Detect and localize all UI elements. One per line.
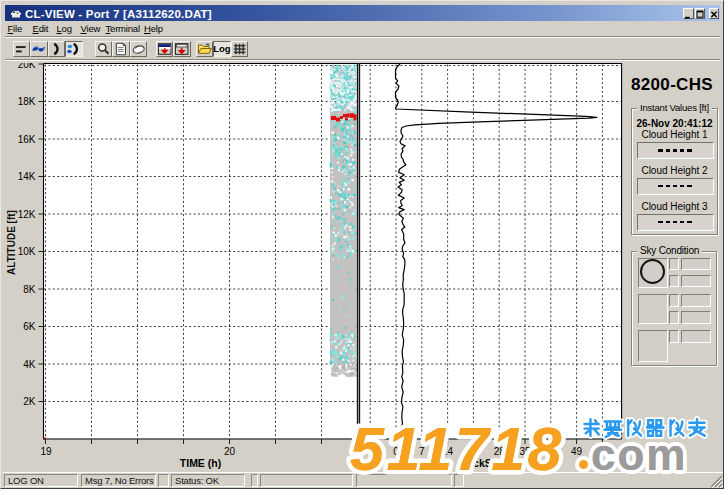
svg-text:20: 20 bbox=[224, 445, 236, 456]
svg-text:49: 49 bbox=[571, 445, 583, 456]
svg-text:16K: 16K bbox=[18, 133, 36, 144]
svg-text:7: 7 bbox=[419, 445, 425, 456]
svg-text:BackScatter: BackScatter bbox=[460, 456, 521, 468]
svg-text:14: 14 bbox=[442, 445, 454, 456]
svg-text:21: 21 bbox=[468, 445, 480, 456]
svg-text:42: 42 bbox=[545, 445, 557, 456]
svg-text:10K: 10K bbox=[18, 246, 36, 257]
svg-text:8K: 8K bbox=[23, 283, 36, 294]
svg-text:4K: 4K bbox=[23, 358, 36, 369]
svg-text:20K: 20K bbox=[18, 63, 36, 70]
svg-text:19: 19 bbox=[40, 445, 52, 456]
svg-text:35: 35 bbox=[519, 445, 531, 456]
svg-text:0: 0 bbox=[393, 445, 399, 456]
svg-text:12K: 12K bbox=[18, 208, 36, 219]
svg-text:2K: 2K bbox=[23, 396, 36, 407]
svg-text:TIME (h): TIME (h) bbox=[180, 456, 221, 468]
svg-text:28: 28 bbox=[494, 445, 506, 456]
svg-text:6K: 6K bbox=[23, 321, 36, 332]
svg-text:ALTITUDE [ft]: ALTITUDE [ft] bbox=[6, 210, 17, 275]
svg-text:18K: 18K bbox=[18, 96, 36, 107]
svg-text:14K: 14K bbox=[18, 171, 36, 182]
